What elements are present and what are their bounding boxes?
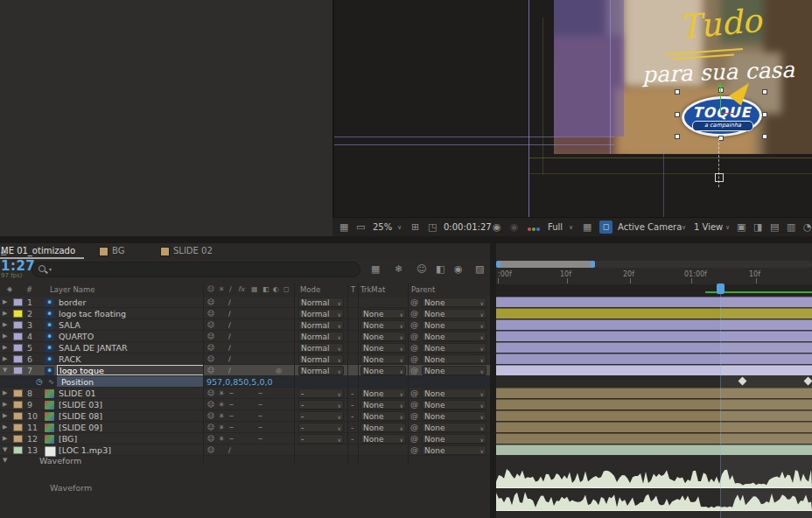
layer-row-8[interactable]: ▶8SLIDE 01☺✳‒‒-∨-None∨@None∨	[0, 388, 490, 399]
parent-dropdown[interactable]: None∨	[422, 332, 486, 341]
trkmat-dropdown[interactable]: None∨	[360, 320, 406, 330]
frame-blend-column-icon[interactable]: ▦	[251, 285, 258, 293]
parent-pickwhip-icon[interactable]: @	[410, 388, 418, 399]
tab-comp-bg[interactable]: BG	[112, 246, 124, 256]
quality-switch[interactable]: ‒	[229, 388, 234, 399]
region-of-interest-icon[interactable]: ◳	[428, 218, 437, 237]
shy-switch[interactable]: ☺	[207, 410, 214, 422]
chevron-down-icon[interactable]: ∨	[397, 218, 402, 237]
parent-dropdown[interactable]: None∨	[422, 445, 486, 455]
quality-switch[interactable]: ∕	[228, 331, 231, 342]
frame-blend-switch[interactable]: ‒	[258, 433, 262, 444]
exposure-icon[interactable]: ◔	[803, 218, 812, 237]
quality-switch[interactable]: ‒	[229, 433, 234, 444]
layer-label-swatch[interactable]	[13, 412, 23, 420]
t-toggle[interactable]: -	[351, 433, 354, 444]
layer-name[interactable]: QUARTO	[59, 331, 94, 342]
layer-label-swatch[interactable]	[13, 344, 23, 352]
quality-switch[interactable]: ∕	[228, 342, 231, 354]
layer-name[interactable]: SLIDE 01	[59, 388, 96, 399]
mode-dropdown[interactable]: -∨	[298, 423, 344, 432]
collapse-arrow-icon[interactable]: ▶	[3, 319, 7, 331]
motion-path-keyframe[interactable]	[715, 173, 724, 182]
mode-column-header[interactable]: Mode	[300, 285, 320, 294]
trkmat-dropdown[interactable]: None∨	[360, 423, 406, 432]
layer-row-9[interactable]: ▶9[SLIDE 03]☺✳‒‒-∨-None∨@None∨	[0, 399, 490, 410]
rulers-icon[interactable]: ▤	[770, 218, 779, 237]
layer-name[interactable]: [SLIDE 09]	[59, 422, 102, 433]
trkmat-dropdown[interactable]: None∨	[360, 343, 406, 353]
parent-pickwhip-icon[interactable]: @	[410, 354, 418, 365]
pixel-aspect-icon[interactable]: ◨	[753, 218, 762, 237]
layer-label-swatch[interactable]	[13, 321, 23, 329]
layer-row-1[interactable]: ▶1✷border☺∕Normal∨@None∨	[0, 297, 490, 308]
monitor-icon[interactable]: ▭	[356, 218, 365, 237]
layer-name[interactable]: [SLIDE 08]	[59, 410, 102, 422]
adjustment-column-icon[interactable]: ◐	[273, 285, 279, 293]
number-column-header[interactable]: #	[26, 285, 32, 294]
layer-label-swatch[interactable]	[13, 355, 23, 363]
navigator-start-handle[interactable]	[496, 261, 500, 268]
layer-name[interactable]: RACK	[59, 354, 80, 365]
stopwatch-icon[interactable]: ◷	[36, 376, 43, 388]
channels-icon[interactable]	[528, 226, 541, 231]
transparency-grid-icon[interactable]: ▦	[583, 218, 592, 237]
layer-name[interactable]: border	[59, 297, 86, 308]
selection-handle[interactable]	[675, 89, 680, 94]
layer-row-10[interactable]: ▶10[SLIDE 08]☺✳‒‒-∨-None∨@None∨	[0, 410, 490, 422]
mode-dropdown[interactable]: -∨	[298, 411, 344, 421]
layer-label-swatch[interactable]	[13, 389, 23, 397]
shy-switch[interactable]: ☺	[207, 308, 214, 319]
collapse-column-icon[interactable]: ✳	[219, 285, 225, 293]
shy-switch[interactable]: ☺	[207, 365, 214, 376]
mode-dropdown[interactable]: Normal∨	[298, 309, 344, 318]
resolution-select[interactable]: Full	[548, 218, 563, 237]
parent-pickwhip-icon[interactable]: @	[410, 342, 418, 354]
trkmat-dropdown[interactable]: None∨	[360, 309, 406, 318]
parent-column-header[interactable]: Parent	[411, 285, 435, 294]
t-toggle[interactable]: -	[351, 388, 354, 399]
parent-pickwhip-icon[interactable]: @	[410, 319, 418, 331]
comp-flowchart-icon[interactable]: ▦	[371, 263, 380, 275]
collapse-arrow-icon[interactable]: ▶	[3, 399, 7, 410]
layer-row-2[interactable]: ▶2✷logo tac floating☺∕Normal∨None∨@None∨	[0, 308, 490, 319]
collapse-switch[interactable]: ✳	[219, 422, 225, 433]
parent-dropdown[interactable]: None∨	[422, 366, 486, 375]
frame-blend-switch[interactable]: ‒	[258, 399, 262, 410]
audio-video-target[interactable]: ◎	[276, 365, 282, 376]
motion-blur-column-icon[interactable]: ◧	[262, 285, 270, 293]
motion-blur-toggle-icon[interactable]: ◉	[454, 263, 463, 275]
quality-switch[interactable]: ∕	[228, 354, 231, 365]
layer-row-5[interactable]: ▶5✷SALA DE JANTAR☺∕Normal∨None∨@None∨	[0, 342, 490, 354]
collapse-arrow-icon[interactable]: ▶	[3, 331, 7, 342]
tab-comp-slide02[interactable]: SLIDE 02	[173, 246, 213, 256]
parent-pickwhip-icon[interactable]: @	[410, 308, 418, 319]
parent-dropdown[interactable]: None∨	[422, 411, 486, 421]
collapse-arrow-icon[interactable]: ▶	[3, 410, 7, 422]
mode-dropdown[interactable]: -∨	[298, 434, 344, 444]
fx-column-icon[interactable]: fx	[238, 285, 245, 293]
layer-label-swatch[interactable]	[13, 298, 23, 306]
navigator-end-handle[interactable]	[591, 261, 595, 268]
layer-row-11[interactable]: ▶11[SLIDE 09]☺✳‒‒-∨-None∨@None∨	[0, 422, 490, 433]
parent-dropdown[interactable]: None∨	[422, 320, 486, 330]
quality-switch[interactable]: ∕	[228, 308, 231, 319]
trkmat-dropdown[interactable]: None∨	[360, 411, 406, 421]
parent-dropdown[interactable]: None∨	[422, 343, 486, 353]
tab-comp-active[interactable]: ME 01_otimizado	[1, 246, 75, 256]
waveform-group-row[interactable]: ▼ Waveform	[0, 455, 490, 466]
search-input[interactable]	[32, 262, 360, 277]
shy-switch[interactable]: ☺	[207, 319, 214, 331]
layer-name-column-header[interactable]: Layer Name	[50, 285, 94, 294]
selection-handle[interactable]	[762, 112, 767, 117]
frame-blend-switch[interactable]: ‒	[258, 410, 262, 422]
collapse-arrow-icon[interactable]: ▶	[3, 388, 7, 399]
layer-label-swatch[interactable]	[13, 446, 23, 454]
layer-name-editbox[interactable]: logo toque	[57, 365, 204, 375]
shy-switch[interactable]: ☺	[207, 422, 214, 433]
shy-switch[interactable]: ☺	[207, 297, 214, 308]
threed-column-icon[interactable]: ◻	[284, 285, 290, 293]
snapshot-icon[interactable]: ◉	[493, 218, 501, 237]
collapse-arrow-icon[interactable]: ▶	[3, 433, 7, 444]
mode-dropdown[interactable]: Normal∨	[298, 343, 344, 353]
